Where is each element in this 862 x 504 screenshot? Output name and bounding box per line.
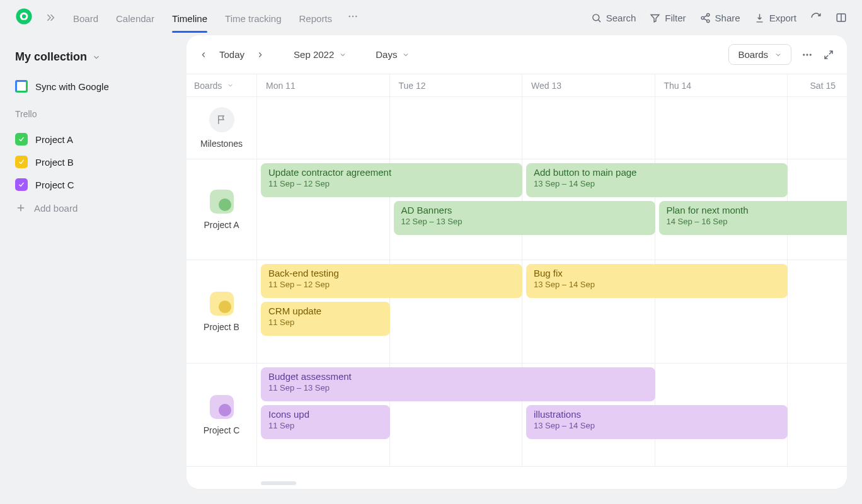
svg-point-2 (22, 14, 26, 18)
task-dates: 13 Sep – 14 Sep (534, 421, 780, 430)
task-card[interactable]: Plan for next month14 Sep – 16 Sep (659, 201, 848, 235)
horizontal-scrollbar[interactable] (261, 481, 296, 485)
sync-with-google[interactable]: Sync with Google (15, 80, 171, 93)
search-button[interactable]: Search (591, 13, 636, 23)
today-button[interactable]: Today (219, 49, 244, 60)
granularity-dropdown[interactable]: Days (376, 49, 410, 60)
google-calendar-icon (15, 80, 28, 93)
export-label: Export (769, 13, 796, 23)
lane-name: Project B (204, 322, 239, 332)
task-card[interactable]: Budget assessment11 Sep – 13 Sep (261, 367, 655, 401)
day-header: Tue 12 (390, 74, 523, 96)
tab-timeline[interactable]: Timeline (172, 4, 207, 32)
collection-title-text: My collection (15, 50, 87, 64)
svg-point-7 (593, 14, 599, 20)
svg-point-6 (355, 16, 357, 17)
sync-label: Sync with Google (35, 81, 109, 92)
filter-label: Filter (665, 13, 686, 23)
svg-point-9 (701, 16, 704, 19)
grid-body: MilestonesProject AUpdate contractor agr… (187, 97, 847, 489)
svg-point-10 (706, 20, 709, 22)
task-card[interactable]: illustrations13 Sep – 14 Sep (526, 405, 788, 439)
prev-period-button[interactable] (199, 50, 208, 59)
collection-title[interactable]: My collection (15, 50, 171, 64)
app-logo (15, 8, 33, 28)
share-button[interactable]: Share (700, 13, 740, 23)
filter-button[interactable]: Filter (650, 13, 686, 23)
nav-more-icon[interactable] (345, 11, 361, 25)
task-title: Budget assessment (268, 371, 648, 382)
panel-layout-icon[interactable] (836, 12, 847, 23)
board-name: Project A (35, 134, 73, 145)
sidebar-board-project-a[interactable]: Project A (15, 128, 171, 151)
share-label: Share (715, 13, 740, 23)
view-boards-button[interactable]: Boards (728, 44, 791, 65)
granularity-label: Days (376, 49, 397, 60)
top-right-tools: Search Filter Share Export (591, 12, 847, 23)
task-card[interactable]: Back-end testing11 Sep – 12 Sep (261, 264, 522, 298)
lane-label: Project B (187, 260, 257, 363)
task-title: Add button to main page (534, 167, 780, 178)
grid-header: Boards Mon 11Tue 12Wed 13Thu 14Sat 15 (187, 74, 847, 97)
add-board-button[interactable]: Add board (15, 196, 171, 220)
lane-name: Milestones (200, 139, 243, 149)
chevron-down-icon (227, 82, 234, 89)
task-title: Bug fix (534, 268, 780, 278)
sidebar-board-project-c[interactable]: Project C (15, 173, 171, 196)
panel-more-icon[interactable] (802, 49, 813, 60)
lane-label: Milestones (187, 97, 257, 159)
export-button[interactable]: Export (754, 13, 796, 23)
month-dropdown[interactable]: Sep 2022 (294, 49, 347, 60)
tab-reports[interactable]: Reports (299, 4, 333, 32)
boards-header-label: Boards (194, 81, 222, 91)
lane-project-b: Project BBack-end testing11 Sep – 12 Sep… (187, 260, 847, 364)
checkbox-icon (15, 156, 28, 168)
svg-point-8 (706, 13, 709, 16)
svg-point-13 (807, 54, 808, 55)
tab-calendar[interactable]: Calendar (116, 4, 154, 32)
lane-content: Budget assessment11 Sep – 13 SepIcons up… (257, 364, 847, 466)
svg-point-14 (810, 54, 811, 55)
task-card[interactable]: AD Banners12 Sep – 13 Sep (394, 201, 655, 235)
task-title: Back-end testing (268, 268, 515, 278)
sidebar-board-project-b[interactable]: Project B (15, 151, 171, 173)
sidebar: My collection Sync with Google Trello Pr… (0, 35, 187, 504)
board-name: Project C (35, 180, 74, 190)
chevron-down-icon (402, 51, 410, 59)
day-header: Mon 11 (257, 74, 390, 96)
task-card[interactable]: Update contractor agreement11 Sep – 12 S… (261, 163, 522, 197)
next-period-button[interactable] (256, 50, 265, 59)
day-columns: Mon 11Tue 12Wed 13Thu 14Sat 15 (257, 74, 847, 96)
board-name: Project B (35, 157, 74, 168)
task-title: Plan for next month (667, 205, 840, 215)
collapse-sidebar-icon[interactable] (45, 13, 55, 23)
task-card[interactable]: Icons upd11 Sep (261, 405, 390, 439)
task-dates: 13 Sep – 14 Sep (534, 179, 780, 188)
panel-toolbar: Today Sep 2022 Days Boards (187, 35, 847, 74)
month-label: Sep 2022 (294, 49, 334, 60)
tab-board[interactable]: Board (73, 4, 98, 32)
fullscreen-icon[interactable] (823, 49, 834, 60)
project-swatch (210, 190, 234, 214)
nav-tabs: BoardCalendarTimelineTime trackingReport… (73, 4, 332, 32)
task-title: Update contractor agreement (268, 167, 515, 178)
task-card[interactable]: Add button to main page13 Sep – 14 Sep (526, 163, 788, 197)
lane-project-a: Project AUpdate contractor agreement11 S… (187, 159, 847, 260)
project-swatch (210, 292, 234, 316)
lane-label: Project C (187, 364, 257, 466)
project-swatch (210, 395, 234, 419)
task-card[interactable]: Bug fix13 Sep – 14 Sep (526, 264, 788, 298)
refresh-icon[interactable] (810, 12, 822, 23)
tab-time-tracking[interactable]: Time tracking (225, 4, 281, 32)
lane-name: Project A (204, 220, 239, 230)
svg-point-4 (349, 16, 350, 17)
task-dates: 12 Sep – 13 Sep (401, 217, 648, 226)
lane-milestones: Milestones (187, 97, 847, 159)
flag-icon (209, 107, 234, 132)
task-card[interactable]: CRM update11 Sep (261, 302, 390, 336)
task-dates: 11 Sep – 12 Sep (268, 280, 515, 289)
boards-column-header[interactable]: Boards (194, 81, 234, 91)
task-dates: 11 Sep – 12 Sep (268, 179, 515, 188)
day-header: Thu 14 (655, 74, 788, 96)
svg-point-12 (803, 54, 805, 55)
